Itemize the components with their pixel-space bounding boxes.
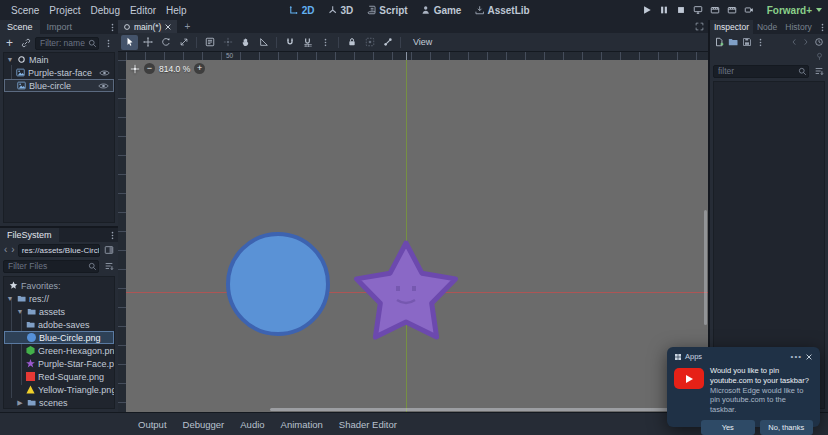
bottom-tab-audio[interactable]: Audio xyxy=(233,416,271,433)
nav-forward-button[interactable]: › xyxy=(10,245,15,255)
expand-caret-icon[interactable]: ▶ xyxy=(16,399,24,407)
workspace-assetlib[interactable]: AssetLib xyxy=(474,5,529,16)
tab-node[interactable]: Node xyxy=(753,20,781,34)
file-sort-button[interactable] xyxy=(102,260,115,273)
blue-circle-sprite[interactable] xyxy=(226,232,330,336)
move-tool-button[interactable] xyxy=(139,35,156,50)
history-back-button[interactable] xyxy=(790,38,798,46)
menu-help[interactable]: Help xyxy=(161,3,192,18)
tab-history[interactable]: History xyxy=(781,20,815,34)
property-filter-input[interactable] xyxy=(713,65,809,78)
fs-row-blue-circle-png[interactable]: Blue-Circle.png xyxy=(4,331,114,344)
tab-inspector[interactable]: Inspector xyxy=(710,20,753,34)
tree-row-purple-star-face[interactable]: Purple-star-face xyxy=(4,66,114,79)
workspace-3d[interactable]: 3D xyxy=(327,5,353,16)
close-icon[interactable] xyxy=(805,353,813,361)
add-node-button[interactable]: + xyxy=(3,37,16,50)
scene-tab-main[interactable]: main(*) xyxy=(118,20,177,33)
close-icon[interactable] xyxy=(164,23,172,31)
filesystem-menu-button[interactable] xyxy=(106,228,118,242)
no-thanks-button[interactable]: No, thanks xyxy=(760,420,814,435)
stop-button[interactable] xyxy=(676,5,686,15)
ruler-tool-button[interactable] xyxy=(255,35,272,50)
rotate-tool-button[interactable] xyxy=(157,35,174,50)
renderer-dropdown[interactable]: Forward+ xyxy=(767,5,822,16)
skeleton-options-button[interactable] xyxy=(379,35,396,50)
resource-menu-button[interactable] xyxy=(756,38,765,47)
history-forward-button[interactable] xyxy=(802,38,810,46)
menu-debug[interactable]: Debug xyxy=(85,3,124,18)
bottom-tab-debugger[interactable]: Debugger xyxy=(176,416,232,433)
pause-button[interactable] xyxy=(659,5,669,15)
zoom-out-button[interactable]: − xyxy=(144,63,155,74)
yes-button[interactable]: Yes xyxy=(701,420,755,435)
fs-row-scenes[interactable]: ▶ scenes xyxy=(4,396,114,409)
vertical-scrollbar[interactable] xyxy=(704,210,708,325)
more-options-button[interactable]: ••• xyxy=(791,352,802,361)
zoom-percent-label[interactable]: 814.0 % xyxy=(159,64,190,74)
save-resource-button[interactable] xyxy=(742,37,752,47)
fs-row-yellow-triangle-png[interactable]: Yellow-Triangle.png xyxy=(4,383,114,396)
nav-back-button[interactable]: ‹ xyxy=(3,245,8,255)
select-tool-button[interactable] xyxy=(121,35,138,50)
movie-maker-button[interactable] xyxy=(744,5,754,15)
grid-snap-button[interactable] xyxy=(299,35,316,50)
lock-object-button[interactable] xyxy=(343,35,360,50)
fs-row-green-hexagon-png[interactable]: Green-Hexagon.png xyxy=(4,344,114,357)
workspace-game[interactable]: Game xyxy=(421,5,462,16)
selectable-list-button[interactable] xyxy=(201,35,218,50)
pan-tool-button[interactable] xyxy=(237,35,254,50)
tree-row-blue-circle[interactable]: Blue-circle xyxy=(4,79,114,92)
workspace-2d[interactable]: 2D xyxy=(289,5,315,16)
group-object-button[interactable] xyxy=(361,35,378,50)
current-path-field[interactable]: res://assets/Blue-Circle.pn xyxy=(18,244,100,257)
load-resource-button[interactable] xyxy=(728,37,738,47)
scene-panel-menu-button[interactable] xyxy=(106,20,118,34)
bottom-tab-animation[interactable]: Animation xyxy=(274,416,330,433)
visibility-eye-icon[interactable] xyxy=(98,82,111,90)
recenter-view-icon[interactable] xyxy=(130,64,140,74)
tree-row-main[interactable]: ▼ Main xyxy=(4,53,114,66)
purple-star-sprite[interactable] xyxy=(351,240,461,350)
snap-options-button[interactable] xyxy=(317,35,334,50)
workspace-script[interactable]: Script xyxy=(366,5,407,16)
play-button[interactable] xyxy=(642,5,652,15)
fs-row-favorites[interactable]: Favorites: xyxy=(4,279,114,292)
remote-debug-button[interactable] xyxy=(693,5,703,15)
visibility-eye-icon[interactable] xyxy=(99,69,112,77)
smart-snap-button[interactable] xyxy=(281,35,298,50)
bottom-tab-shader-editor[interactable]: Shader Editor xyxy=(332,416,404,433)
pin-icon[interactable] xyxy=(815,52,824,61)
bottom-tab-output[interactable]: Output xyxy=(131,416,174,433)
play-scene-button[interactable] xyxy=(710,5,720,15)
split-view-button[interactable] xyxy=(102,244,115,257)
menu-project[interactable]: Project xyxy=(44,3,85,18)
zoom-in-button[interactable]: + xyxy=(194,63,205,74)
object-history-button[interactable] xyxy=(814,37,824,47)
property-sort-button[interactable] xyxy=(812,65,825,78)
menu-scene[interactable]: Scene xyxy=(6,3,44,18)
collapse-caret-icon[interactable]: ▼ xyxy=(6,56,14,63)
play-custom-scene-button[interactable] xyxy=(727,5,737,15)
new-scene-tab-button[interactable]: + xyxy=(177,20,197,33)
collapse-caret-icon[interactable]: ▼ xyxy=(16,308,24,315)
inspector-menu-button[interactable] xyxy=(816,20,828,34)
filter-files-input[interactable] xyxy=(3,260,99,273)
instantiate-scene-button[interactable] xyxy=(19,37,32,50)
tab-import[interactable]: Import xyxy=(40,20,80,34)
pivot-tool-button[interactable] xyxy=(219,35,236,50)
horizontal-scrollbar[interactable] xyxy=(270,408,704,412)
viewport-canvas[interactable]: − 814.0 % + xyxy=(126,60,708,412)
collapse-caret-icon[interactable]: ▼ xyxy=(6,295,14,302)
scene-tree-menu-button[interactable] xyxy=(102,37,115,50)
view-menu-button[interactable]: View xyxy=(405,37,440,47)
scale-tool-button[interactable] xyxy=(175,35,192,50)
fs-row-res[interactable]: ▼ res:// xyxy=(4,292,114,305)
fs-row-assets[interactable]: ▼ assets xyxy=(4,305,114,318)
fs-row-purple-star-face-png[interactable]: Purple-Star-Face.png xyxy=(4,357,114,370)
expand-viewport-button[interactable] xyxy=(691,20,708,33)
new-resource-button[interactable] xyxy=(714,37,724,47)
fs-row-adobe-saves[interactable]: adobe-saves xyxy=(4,318,114,331)
menu-editor[interactable]: Editor xyxy=(125,3,161,18)
fs-row-red-square-png[interactable]: Red-Square.png xyxy=(4,370,114,383)
